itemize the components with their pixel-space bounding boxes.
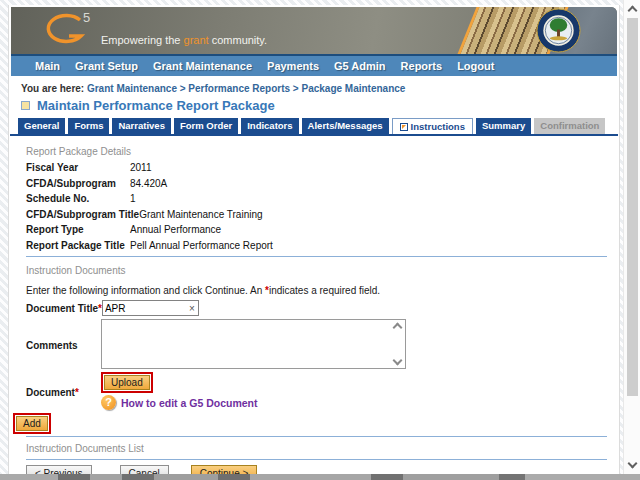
document-title-input[interactable]: [103, 302, 186, 315]
scrollbar-down-arrow-icon[interactable]: [628, 459, 638, 469]
detail-label: Report Package Title: [26, 240, 130, 252]
scrollbar-thumb[interactable]: [627, 18, 638, 396]
help-line: ? How to edit a G5 Document: [101, 395, 258, 410]
page-title-icon: [21, 101, 30, 110]
detail-row-cfda-subprogram: CFDA/Subprogram 84.420A: [26, 178, 607, 190]
comments-label: Comments: [26, 337, 101, 351]
main-nav: Main Grant Setup Grant Maintenance Payme…: [11, 54, 617, 76]
document-title-label-text: Document Title: [26, 303, 98, 314]
vertical-scrollbar: [623, 0, 640, 474]
detail-label: Fiscal Year: [26, 162, 130, 174]
document-title-input-box: ×: [102, 300, 199, 316]
dept-of-education-seal-icon: [536, 8, 581, 53]
comments-row: Comments: [26, 319, 607, 369]
previous-button[interactable]: < Previous: [26, 465, 92, 474]
upload-annotation-box: Upload: [101, 372, 153, 393]
detail-value: Pell Annual Performance Report: [130, 240, 273, 252]
tab-confirmation: Confirmation: [534, 118, 605, 134]
app-page: 5 Empowering the grant community. Main G…: [8, 5, 620, 474]
detail-value: Grant Maintenance Training: [139, 209, 262, 221]
nav-item-reports[interactable]: Reports: [401, 60, 443, 72]
document-title-label: Document Title*: [26, 300, 102, 314]
cancel-button[interactable]: Cancel: [120, 465, 169, 474]
detail-row-report-package-title: Report Package Title Pell Annual Perform…: [26, 240, 607, 252]
tab-instructions[interactable]: Instructions: [392, 118, 473, 134]
content-area: Report Package Details Fiscal Year 2011 …: [9, 146, 619, 474]
document-label: Document*: [26, 384, 101, 398]
section-label-instruction-documents-list: Instruction Documents List: [26, 443, 607, 454]
taskbar-strip: [0, 474, 640, 480]
tab-underline: [10, 134, 618, 136]
tab-instructions-label: Instructions: [411, 121, 465, 132]
how-to-edit-g5-document-link[interactable]: How to edit a G5 Document: [121, 397, 258, 409]
tagline-suffix: community.: [209, 34, 267, 46]
nav-item-grant-maintenance[interactable]: Grant Maintenance: [153, 60, 252, 72]
detail-value: 1: [130, 193, 136, 205]
detail-label: CFDA/Subprogram: [26, 178, 130, 190]
header-banner: 5 Empowering the grant community.: [11, 7, 617, 54]
form-instructions-text-after: indicates a required field.: [269, 285, 380, 296]
add-button[interactable]: Add: [16, 416, 48, 431]
comments-textarea[interactable]: [102, 320, 405, 368]
instructions-tab-icon: [400, 123, 408, 131]
section-label-instruction-documents: Instruction Documents: [26, 265, 607, 276]
breadcrumb: You are here: Grant Maintenance > Perfor…: [9, 76, 619, 94]
continue-button[interactable]: Continue >: [191, 465, 258, 474]
detail-row-cfda-subprogram-title: CFDA/Subprogram Title Grant Maintenance …: [26, 209, 607, 221]
tab-general[interactable]: General: [18, 118, 65, 134]
detail-label: CFDA/Subprogram Title: [26, 209, 139, 221]
title-row: Maintain Performance Report Package: [21, 98, 619, 113]
tagline: Empowering the grant community.: [101, 34, 267, 46]
scrollbar-up-arrow-icon[interactable]: [628, 6, 638, 16]
section-divider: [26, 436, 607, 437]
tab-alerts-messages[interactable]: Alerts/Messages: [302, 118, 389, 134]
nav-item-grant-setup[interactable]: Grant Setup: [75, 60, 138, 72]
document-label-text: Document: [26, 387, 75, 398]
document-title-row: Document Title* ×: [26, 300, 607, 316]
tab-narratives[interactable]: Narratives: [112, 118, 170, 134]
footer-buttons: < Previous Cancel Continue >: [26, 465, 607, 474]
add-annotation-box: Add: [13, 413, 51, 434]
detail-value: Annual Performance: [130, 224, 221, 236]
comments-textarea-wrap: [101, 319, 406, 369]
tagline-highlight: grant: [184, 34, 209, 46]
detail-label: Schedule No.: [26, 193, 130, 205]
section-divider: [26, 256, 607, 257]
report-details-rows: Fiscal Year 2011 CFDA/Subprogram 84.420A…: [26, 162, 607, 251]
tab-form-order[interactable]: Form Order: [174, 118, 238, 134]
detail-row-report-type: Report Type Annual Performance: [26, 224, 607, 236]
clear-input-icon[interactable]: ×: [186, 303, 198, 314]
nav-item-payments[interactable]: Payments: [267, 60, 319, 72]
tagline-prefix: Empowering the: [101, 34, 184, 46]
detail-value: 84.420A: [130, 178, 167, 190]
tab-strip: General Forms Narratives Form Order Indi…: [9, 118, 619, 134]
detail-label: Report Type: [26, 224, 130, 236]
help-icon[interactable]: ?: [101, 395, 116, 410]
document-controls: Upload ? How to edit a G5 Document: [101, 372, 258, 410]
tab-forms[interactable]: Forms: [68, 118, 109, 134]
breadcrumb-path[interactable]: Grant Maintenance > Performance Reports …: [87, 83, 405, 94]
detail-value: 2011: [130, 162, 152, 174]
page-title: Maintain Performance Report Package: [37, 98, 275, 113]
tab-summary[interactable]: Summary: [476, 118, 531, 134]
section-divider: [26, 459, 607, 460]
section-label-report-package-details: Report Package Details: [26, 146, 607, 157]
tab-indicators[interactable]: Indicators: [241, 118, 298, 134]
detail-row-schedule-no: Schedule No. 1: [26, 193, 607, 205]
document-row: Document* Upload ? How to edit a G5 Docu…: [26, 372, 607, 410]
breadcrumb-prefix: You are here:: [21, 83, 84, 94]
upload-button[interactable]: Upload: [104, 375, 150, 390]
form-instructions: Enter the following information and clic…: [26, 285, 607, 296]
nav-item-logout[interactable]: Logout: [457, 60, 494, 72]
required-asterisk: *: [75, 387, 79, 398]
nav-item-main[interactable]: Main: [35, 60, 60, 72]
nav-item-g5-admin[interactable]: G5 Admin: [334, 60, 386, 72]
form-instructions-text: Enter the following information and clic…: [26, 285, 265, 296]
detail-row-fiscal-year: Fiscal Year 2011: [26, 162, 607, 174]
g5-logo-number: 5: [83, 10, 90, 25]
